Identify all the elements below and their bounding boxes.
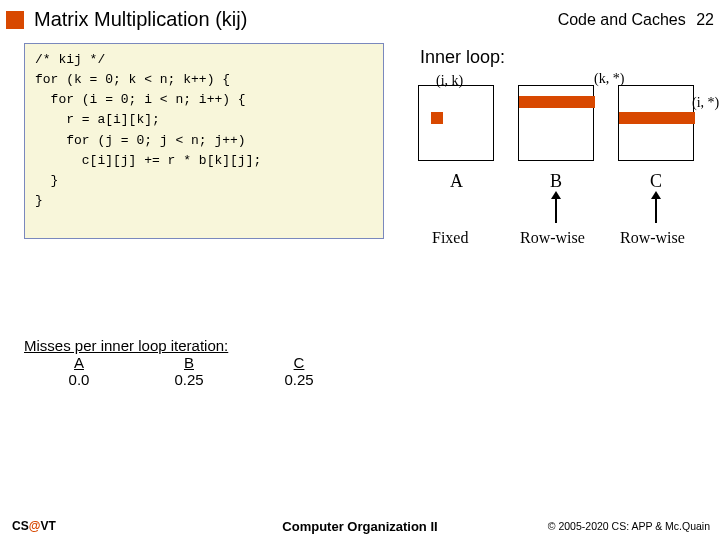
slide-footer: CS@VT Computer Organization II © 2005-20… [0,512,720,540]
matrix-b-label: B [550,171,562,192]
section-and-page: Code and Caches 22 [558,11,714,29]
misses-col-b: B [134,354,244,371]
matrix-a-coord: (i, k) [436,73,463,89]
matrix-c [618,85,694,161]
code-block: /* kij */ for (k = 0; k < n; k++) { for … [24,43,384,239]
title-bullet-icon [6,11,24,29]
misses-val-b: 0.25 [134,371,244,388]
misses-title: Misses per inner loop iteration: [24,337,354,354]
misses-val-c: 0.25 [244,371,354,388]
arrow-b-icon [555,197,557,223]
matrix-a-label: A [450,171,463,192]
slide-header: Matrix Multiplication (kij) Code and Cac… [0,0,720,37]
matrix-b-pattern: Row-wise [520,229,585,247]
matrix-c-pattern: Row-wise [620,229,685,247]
section-label: Code and Caches [558,11,686,28]
misses-col-c: C [244,354,354,371]
misses-value-row: 0.0 0.25 0.25 [24,371,354,388]
misses-col-a: A [24,354,134,371]
misses-section: Misses per inner loop iteration: A B C 0… [24,337,354,388]
slide-body: /* kij */ for (k = 0; k < n; k++) { for … [0,37,720,517]
matrix-a-pattern: Fixed [432,229,468,247]
footer-right: © 2005-2020 CS: APP & Mc.Quain [548,520,720,532]
matrix-c-coord: (i, *) [692,95,719,111]
matrix-b [518,85,594,161]
arrow-c-icon [655,197,657,223]
matrix-b-row-icon [519,96,595,108]
slide-title: Matrix Multiplication (kij) [34,8,247,31]
misses-val-a: 0.0 [24,371,134,388]
inner-loop-title: Inner loop: [420,47,505,68]
page-number: 22 [696,11,714,28]
misses-header-row: A B C [24,354,354,371]
matrix-c-row-icon [619,112,695,124]
matrix-a [418,85,494,161]
matrix-a-cell-icon [431,112,443,124]
matrix-c-label: C [650,171,662,192]
